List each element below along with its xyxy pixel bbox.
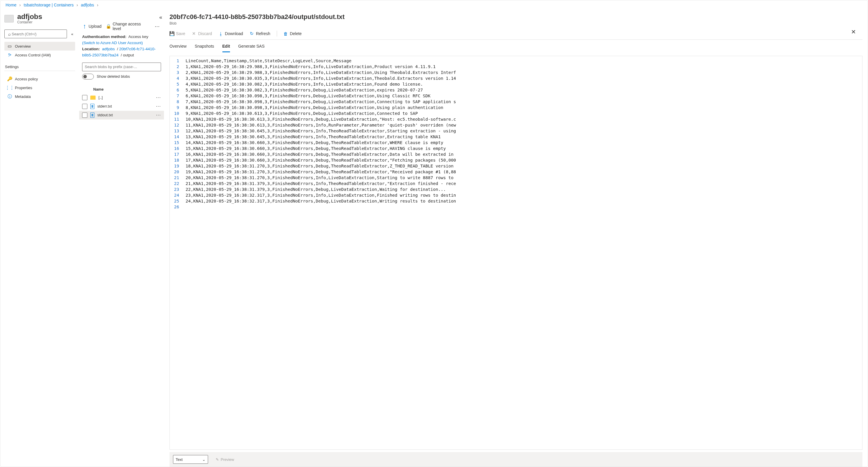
blob-subtitle: Blob [169,21,863,25]
download-button[interactable]: ⭳ Download [218,31,243,36]
breadcrumb-container[interactable]: adfjobs [81,3,94,7]
file-icon [90,113,94,118]
preview-button[interactable]: ✎ Preview [212,455,238,464]
chevron-right-icon: › [97,3,98,7]
collapse-left-icon[interactable]: « [69,32,75,36]
delete-icon: 🗑 [283,31,288,36]
nav-access-policy[interactable]: 🔑 Access policy [4,74,75,83]
chevron-down-icon: ⌄ [202,457,206,462]
chevron-right-icon: › [19,3,21,7]
table-row-stderr[interactable]: stderr.txt ··· [79,102,164,111]
line-gutter: 1234567891011121314151617181920212223242… [170,56,183,449]
tab-overview[interactable]: Overview [169,44,186,52]
table-row-up[interactable]: [..] ··· [79,93,164,102]
toggle-label: Show deleted blobs [97,74,130,79]
nav-label: Access policy [15,77,38,81]
collapse-mid-icon[interactable]: « [159,14,164,21]
nav-label: Metadata [15,94,31,99]
checkbox[interactable] [82,95,87,100]
settings-header: Settings [4,65,75,71]
tab-snapshots[interactable]: Snapshots [195,44,214,52]
separator [277,31,277,36]
lock-icon: 🔒 [106,24,111,29]
delete-button[interactable]: 🗑 Delete [283,31,302,36]
refresh-icon: ↻ [250,31,254,36]
upload-button[interactable]: ⭡ Upload [82,24,101,29]
auth-info: Authentication method: Access key (Switc… [79,34,164,61]
nav-access-control[interactable]: ᕗ Access Control (IAM) [4,51,75,59]
blob-title: 20bf7c06-fc71-4410-b8b5-25073bb7ba24/out… [169,13,863,21]
nav-label: Overview [15,44,31,49]
page-subtitle: Container [17,20,42,24]
nav-label: Properties [15,86,32,90]
download-icon: ⭳ [218,31,223,36]
row-more-icon[interactable]: ··· [156,113,161,117]
folder-icon [90,96,96,100]
change-access-button[interactable]: 🔒 Change access level [106,22,149,31]
discard-button[interactable]: ✕ Discard [192,31,212,36]
nav-properties[interactable]: ⋮⋮ Properties [4,83,75,92]
format-select[interactable]: Text ⌄ [173,455,208,464]
people-icon: ᕗ [7,53,12,57]
save-icon: 💾 [169,31,174,36]
location-adfjobs[interactable]: adfjobs [102,47,115,51]
overview-icon: ▭ [7,44,12,49]
file-icon [90,104,94,109]
discard-icon: ✕ [192,31,196,36]
row-more-icon[interactable]: ··· [156,104,161,108]
container-icon [4,15,14,23]
show-deleted-toggle[interactable] [82,74,94,80]
nav-overview[interactable]: ▭ Overview [4,42,75,51]
more-icon[interactable]: ··· [154,24,161,29]
file-name: stderr.txt [97,104,112,108]
breadcrumb-home[interactable]: Home [5,3,17,7]
breadcrumb: Home › tsbatchstorage | Containers › adf… [0,0,868,10]
close-icon[interactable]: ✕ [851,28,856,35]
checkbox[interactable] [82,113,87,118]
search-icon: ⌕ [7,32,12,36]
chevron-right-icon: › [76,3,78,7]
blob-search-input[interactable] [82,63,161,71]
page-title: adfjobs [17,12,42,21]
refresh-button[interactable]: ↻ Refresh [250,31,270,36]
tab-generate-sas[interactable]: Generate SAS [238,44,265,52]
nav-label: Access Control (IAM) [15,53,51,57]
table-row-stdout[interactable]: stdout.txt ··· [79,111,164,120]
save-button[interactable]: 💾 Save [169,31,185,36]
breadcrumb-storage[interactable]: tsbatchstorage | Containers [24,3,74,7]
pencil-icon: ✎ [216,457,219,462]
upload-icon: ⭡ [82,24,87,29]
search-input[interactable]: ⌕ [4,30,67,38]
properties-icon: ⋮⋮ [7,85,12,90]
row-more-icon[interactable]: ··· [156,95,161,100]
column-header-name[interactable]: Name [79,85,164,93]
code-editor[interactable]: 1234567891011121314151617181920212223242… [169,56,863,450]
tab-edit[interactable]: Edit [222,44,230,52]
checkbox[interactable] [82,104,87,109]
file-name: [..] [98,95,102,100]
info-icon: ⓘ [7,94,12,99]
code-content[interactable]: LineCount,Name,Timestamp,State,StateDesc… [183,56,862,449]
nav-metadata[interactable]: ⓘ Metadata [4,92,75,101]
switch-auth-link[interactable]: (Switch to Azure AD User Account) [82,41,143,45]
key-icon: 🔑 [7,76,12,81]
file-name: stdout.txt [97,113,113,117]
